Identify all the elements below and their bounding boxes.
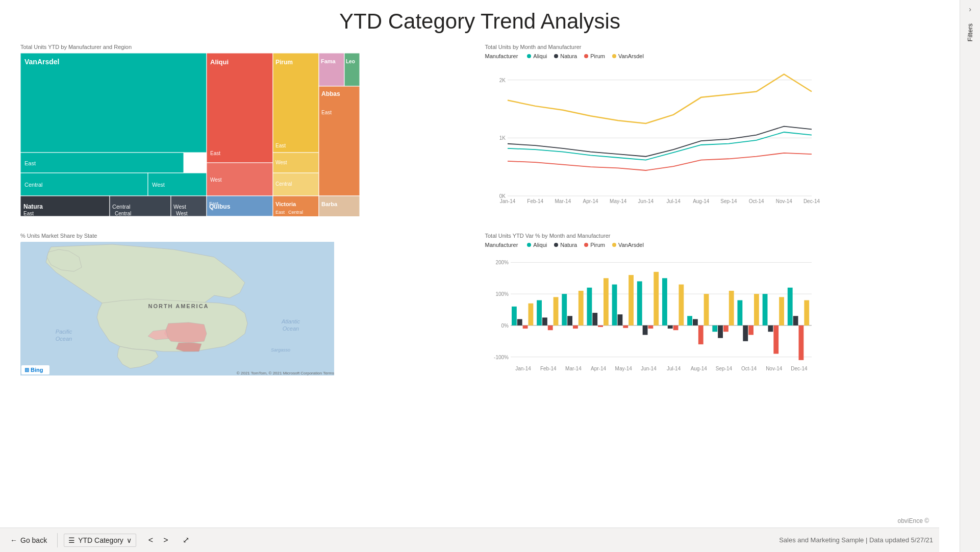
bar-aliqui-label: Aliqui [533, 242, 547, 248]
svg-text:Apr-14: Apr-14 [591, 366, 606, 371]
svg-rect-155 [787, 288, 792, 325]
bar-pirum-dot [584, 243, 588, 247]
svg-text:West: West [152, 182, 165, 188]
svg-text:Jun-14: Jun-14 [641, 366, 657, 371]
svg-text:NORTH AMERICA: NORTH AMERICA [148, 303, 209, 309]
svg-rect-2 [20, 153, 184, 173]
svg-text:0%: 0% [501, 323, 509, 329]
filters-label[interactable]: Filters [966, 23, 974, 41]
bar-chart-title: Total Units YTD Var % by Month and Manuf… [485, 233, 940, 239]
svg-text:Central: Central [115, 211, 131, 216]
svg-text:Jan-14: Jan-14 [515, 366, 531, 371]
svg-rect-132 [642, 325, 647, 335]
svg-rect-141 [698, 325, 703, 344]
legend-vanarsdel: VanArsdel [612, 53, 644, 59]
svg-rect-135 [662, 278, 667, 325]
svg-rect-144 [718, 325, 723, 338]
svg-text:Natura: Natura [23, 203, 43, 210]
svg-text:-100%: -100% [494, 355, 509, 360]
page-title: YTD Category Trend Analysis [0, 0, 960, 40]
svg-text:West: West [275, 160, 287, 165]
bar-chart-legend: Manufacturer Aliqui Natura Pirum VanArsd… [485, 242, 940, 248]
svg-rect-153 [773, 325, 778, 354]
go-back-arrow-icon: ← [10, 536, 17, 544]
map-title: % Units Market Share by State [20, 233, 475, 239]
svg-rect-131 [637, 281, 642, 325]
treemap-chart[interactable]: VanArsdel East Central West Aliqui East [20, 53, 475, 216]
svg-rect-140 [693, 319, 698, 325]
svg-rect-158 [804, 300, 809, 325]
pirum-label: Pirum [590, 53, 605, 59]
svg-rect-114 [528, 304, 533, 325]
svg-text:West: West [176, 211, 188, 216]
svg-text:Feb-14: Feb-14 [527, 198, 543, 204]
svg-rect-128 [617, 314, 622, 325]
svg-rect-146 [728, 291, 734, 325]
bar-legend-natura: Natura [554, 242, 577, 248]
bar-legend-vanarsdel: VanArsdel [612, 242, 644, 248]
treemap-panel: Total Units YTD by Manufacturer and Regi… [15, 40, 480, 229]
svg-rect-22 [344, 53, 360, 86]
collapse-icon[interactable]: › [969, 5, 971, 13]
svg-text:Feb-14: Feb-14 [540, 366, 556, 371]
vanarsdel-label: VanArsdel [618, 53, 644, 59]
svg-rect-113 [522, 325, 527, 329]
bar-vanarsdel-label: VanArsdel [618, 242, 644, 248]
svg-rect-13 [273, 53, 319, 153]
svg-text:Jul-14: Jul-14 [666, 366, 681, 371]
map-chart[interactable]: Pacific Ocean Atlantic Ocean Sargasso NO… [20, 242, 475, 380]
tab-button[interactable]: ☰ YTD Category ∨ [64, 534, 136, 547]
svg-text:Jul-14: Jul-14 [666, 198, 681, 204]
svg-text:Mar-14: Mar-14 [565, 366, 582, 371]
svg-text:VanArsdel: VanArsdel [24, 58, 59, 66]
svg-text:Nov-14: Nov-14 [766, 366, 783, 371]
line-chart-panel: Total Units by Month and Manufacturer Ma… [480, 40, 945, 229]
svg-rect-126 [604, 278, 609, 325]
svg-rect-133 [648, 325, 653, 329]
nav-prev-button[interactable]: < [144, 534, 157, 547]
svg-rect-154 [779, 297, 784, 325]
right-sidebar: › Filters [960, 0, 980, 552]
svg-text:Central: Central [275, 181, 292, 187]
svg-rect-156 [793, 316, 798, 325]
svg-rect-119 [562, 294, 567, 325]
svg-text:Atlantic: Atlantic [281, 318, 300, 324]
obv-copyright: obviEnce © [897, 517, 929, 524]
svg-text:East: East [275, 210, 285, 215]
svg-rect-0 [20, 53, 207, 153]
svg-text:Apr-14: Apr-14 [583, 198, 598, 204]
line-chart-title: Total Units by Month and Manufacturer [485, 44, 940, 50]
expand-button[interactable]: ⤢ [179, 533, 193, 547]
svg-text:2K: 2K [499, 78, 506, 83]
svg-text:200%: 200% [495, 260, 509, 265]
svg-text:Jun-14: Jun-14 [638, 198, 654, 204]
svg-text:Aug-14: Aug-14 [690, 366, 707, 371]
treemap-title: Total Units YTD by Manufacturer and Regi… [20, 44, 475, 50]
nav-next-button[interactable]: > [159, 534, 172, 547]
svg-rect-24 [319, 86, 360, 196]
go-back-label: Go back [20, 536, 47, 544]
nav-buttons: < > [144, 534, 172, 547]
svg-text:100%: 100% [495, 291, 509, 297]
svg-text:Dec-14: Dec-14 [791, 366, 808, 371]
svg-text:East: East [210, 150, 220, 156]
svg-text:Barba: Barba [321, 201, 338, 207]
svg-text:East: East [275, 143, 286, 148]
vanarsdel-dot [612, 54, 616, 58]
bottom-info: Sales and Marketing Sample | Data update… [779, 536, 933, 544]
svg-rect-115 [537, 300, 542, 325]
svg-text:© 2021 TomTom, © 2021 Microsof: © 2021 TomTom, © 2021 Microsoft Corporat… [237, 371, 334, 375]
svg-rect-142 [703, 294, 709, 325]
svg-text:Pirum: Pirum [275, 59, 293, 66]
bottom-bar: ← Go back ☰ YTD Category ∨ < > ⤢ Sales a… [0, 528, 939, 552]
svg-text:Sep-14: Sep-14 [715, 366, 732, 371]
line-chart-legend: Manufacturer Aliqui Natura Pirum VanArsd… [485, 53, 940, 59]
bar-aliqui-dot [527, 243, 531, 247]
go-back-button[interactable]: ← Go back [6, 534, 51, 546]
svg-rect-139 [687, 316, 692, 325]
svg-text:Jan-14: Jan-14 [499, 198, 515, 204]
bar-manufacturer-label: Manufacturer [485, 242, 518, 248]
svg-text:⊞ Bing: ⊞ Bing [24, 367, 43, 373]
tab-label: YTD Category [78, 536, 123, 544]
svg-rect-157 [798, 325, 803, 360]
